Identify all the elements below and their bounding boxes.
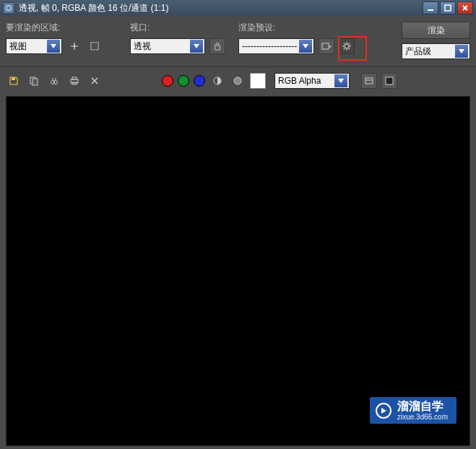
preset-value: ------------------------- <box>242 41 298 51</box>
titlebar: 透视, 帧 0, RGBA 颜色 16 位/通道 (1:1) <box>0 0 476 16</box>
window-title: 透视, 帧 0, RGBA 颜色 16 位/通道 (1:1) <box>19 2 423 14</box>
watermark: 溜溜自学 zixue.3d66.com <box>370 397 456 424</box>
render-viewport[interactable]: 溜溜自学 zixue.3d66.com <box>6 96 470 446</box>
maximize-button[interactable] <box>440 1 456 14</box>
load-preset-icon[interactable] <box>319 38 334 54</box>
lock-icon[interactable] <box>209 38 225 54</box>
svg-rect-27 <box>386 77 393 84</box>
viewport-value: 透视 <box>134 40 189 53</box>
green-swatch[interactable] <box>178 75 189 87</box>
svg-line-13 <box>349 43 350 44</box>
minimize-button[interactable] <box>423 1 438 14</box>
frame-window-icon[interactable] <box>361 73 377 89</box>
window-controls <box>423 1 473 14</box>
clone-icon[interactable] <box>46 73 62 89</box>
pan-icon[interactable] <box>66 38 82 54</box>
channel-dropdown[interactable]: RGB Alpha <box>274 73 350 89</box>
viewport-dropdown[interactable]: 透视 <box>130 38 205 54</box>
viewport-label: 视口: <box>130 22 238 34</box>
chevron-down-icon <box>334 74 347 87</box>
quality-value: 产品级 <box>405 45 454 58</box>
svg-point-6 <box>345 44 349 48</box>
svg-rect-3 <box>91 43 98 50</box>
render-button-label: 渲染 <box>428 25 445 37</box>
overlay-icon[interactable] <box>381 73 397 89</box>
area-label: 要渲染的区域: <box>6 22 130 34</box>
region-icon[interactable] <box>87 38 103 54</box>
watermark-sub: zixue.3d66.com <box>397 413 448 421</box>
render-options: 要渲染的区域: 视图 视口: 透视 <box>0 16 476 64</box>
watermark-main: 溜溜自学 <box>397 400 448 413</box>
delete-icon[interactable] <box>87 73 103 89</box>
svg-rect-1 <box>445 5 451 11</box>
render-button[interactable]: 渲染 <box>402 22 470 39</box>
svg-point-2 <box>74 45 76 48</box>
quality-dropdown[interactable]: 产品级 <box>402 43 470 59</box>
svg-line-14 <box>344 48 345 49</box>
alpha-icon[interactable] <box>209 73 225 89</box>
svg-rect-5 <box>322 43 329 49</box>
chevron-down-icon <box>190 40 203 53</box>
chevron-down-icon <box>299 40 312 53</box>
blue-swatch[interactable] <box>194 75 205 87</box>
app-icon <box>3 2 14 14</box>
play-icon <box>376 403 391 419</box>
separator <box>0 66 476 67</box>
render-setup-icon[interactable] <box>339 38 355 54</box>
save-icon[interactable] <box>6 73 22 89</box>
print-icon[interactable] <box>66 73 82 89</box>
svg-rect-25 <box>365 78 373 84</box>
area-value: 视图 <box>9 40 46 53</box>
area-dropdown[interactable]: 视图 <box>6 38 62 54</box>
chevron-down-icon <box>47 40 60 53</box>
svg-rect-21 <box>72 77 77 79</box>
svg-rect-17 <box>33 79 38 85</box>
svg-line-12 <box>349 48 350 49</box>
preset-dropdown[interactable]: ------------------------- <box>238 38 314 54</box>
preset-label: 渲染预设: <box>238 22 390 34</box>
svg-rect-4 <box>215 45 220 50</box>
color-swatch[interactable] <box>250 73 266 89</box>
frame-toolbar: RGB Alpha <box>0 70 476 92</box>
svg-rect-0 <box>428 9 433 11</box>
mono-icon[interactable] <box>230 73 246 89</box>
copy-icon[interactable] <box>26 73 42 89</box>
close-button[interactable] <box>457 1 473 14</box>
svg-point-24 <box>234 77 241 84</box>
channel-value: RGB Alpha <box>278 76 333 86</box>
chevron-down-icon <box>455 45 468 58</box>
red-swatch[interactable] <box>162 75 173 87</box>
svg-rect-15 <box>12 77 15 80</box>
svg-line-11 <box>344 43 345 44</box>
